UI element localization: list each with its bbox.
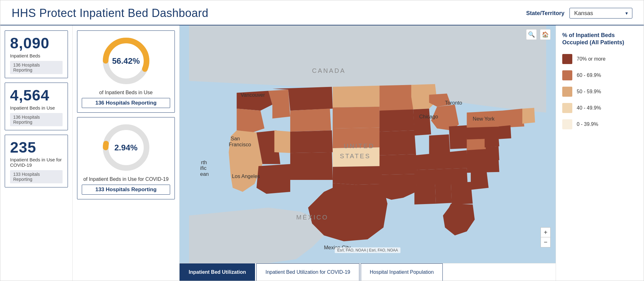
home-button[interactable]: 🏠 xyxy=(540,29,551,40)
donut-panel: 56.42% of Inpatient Beds in Use 136 Hosp… xyxy=(73,25,180,281)
map-container: San Francisco Los Angeles Vancouver Chic… xyxy=(180,25,556,263)
stat-sub: 136 Hospitals Reporting xyxy=(10,113,63,126)
legend-item: 60 - 69.9% xyxy=(562,70,637,80)
city-label-sf: San xyxy=(231,136,240,141)
legend-text: 0 - 39.9% xyxy=(577,122,598,127)
country-label-us: UNITED xyxy=(344,143,375,149)
city-label-tor: Toronto xyxy=(445,100,462,105)
page-title: HHS Protect Inpatient Bed Dashboard xyxy=(12,7,208,20)
city-label-van: Vancouver xyxy=(241,92,265,98)
donut-card-donut-utilization: 56.42% of Inpatient Beds in Use 136 Hosp… xyxy=(77,30,175,113)
legend-text: 40 - 49.9% xyxy=(577,105,601,111)
legend-text: 70% or more xyxy=(577,56,606,62)
svg-point-2 xyxy=(106,127,147,168)
donut-sub: 133 Hospitals Reporting xyxy=(82,185,170,195)
city-label-la: Los Angeles xyxy=(232,173,260,179)
country-label-us2: STATES xyxy=(340,153,371,159)
donut-wrapper: 2.94% xyxy=(101,122,151,173)
stat-number: 8,090 xyxy=(10,35,63,52)
stat-label: Inpatient Beds xyxy=(10,53,63,58)
legend-item: 70% or more xyxy=(562,54,637,64)
legend-panel: % of Inpatient Beds Occupied (All Patien… xyxy=(556,25,644,281)
stats-panel: 8,090 Inpatient Beds 136 Hospitals Repor… xyxy=(0,25,73,281)
header: HHS Protect Inpatient Bed Dashboard Stat… xyxy=(0,0,644,25)
legend-swatch xyxy=(562,54,572,64)
header-controls: State/Territory AlabamaAlaskaArizonaArka… xyxy=(526,8,632,19)
map-tabs: Inpatient Bed UtilizationInpatient Bed U… xyxy=(180,263,556,281)
stat-label: Inpatient Beds in Use for COVID-19 xyxy=(10,157,63,168)
stat-label: Inpatient Beds in Use xyxy=(10,105,63,111)
donut-desc: of Inpatient Beds in Use for COVID-19 xyxy=(83,176,169,182)
legend-swatch xyxy=(562,87,572,97)
stat-sub: 136 Hospitals Reporting xyxy=(10,61,63,74)
zoom-in-button[interactable]: + xyxy=(541,227,551,237)
city-label-chi: Chicago xyxy=(419,114,438,119)
map-area: San Francisco Los Angeles Vancouver Chic… xyxy=(180,25,556,281)
tab-population[interactable]: Hospital Inpatient Population xyxy=(361,263,443,281)
donut-sub: 136 Hospitals Reporting xyxy=(82,98,170,108)
legend-swatch xyxy=(562,103,572,113)
legend-text: 50 - 59.9% xyxy=(577,89,601,95)
country-label-can: CANADA xyxy=(312,67,346,74)
pacific-label3: ean xyxy=(200,171,209,177)
legend-title: % of Inpatient Beds Occupied (All Patien… xyxy=(562,32,637,46)
donut-card-donut-covid: 2.94% of Inpatient Beds in Use for COVID… xyxy=(77,117,175,199)
stat-number: 235 xyxy=(10,139,63,156)
dashboard: HHS Protect Inpatient Bed Dashboard Stat… xyxy=(0,0,644,281)
state-select[interactable]: AlabamaAlaskaArizonaArkansasCaliforniaCo… xyxy=(569,8,632,19)
state-select-wrapper[interactable]: AlabamaAlaskaArizonaArkansasCaliforniaCo… xyxy=(569,8,632,19)
stat-card-inpatient-beds: 8,090 Inpatient Beds 136 Hospitals Repor… xyxy=(5,30,68,78)
zoom-controls: + − xyxy=(541,227,551,247)
map-svg: San Francisco Los Angeles Vancouver Chic… xyxy=(180,25,556,263)
legend-swatch xyxy=(562,70,572,80)
legend-item: 0 - 39.9% xyxy=(562,119,637,129)
city-label-sf2: Francisco xyxy=(229,142,251,147)
legend-text: 60 - 69.9% xyxy=(577,73,601,78)
stat-card-beds-covid: 235 Inpatient Beds in Use for COVID-19 1… xyxy=(5,135,68,188)
stat-number: 4,564 xyxy=(10,87,63,104)
stat-card-beds-in-use: 4,564 Inpatient Beds in Use 136 Hospital… xyxy=(5,83,68,130)
legend-item: 40 - 49.9% xyxy=(562,103,637,113)
tab-covid[interactable]: Inpatient Bed Utilization for COVID-19 xyxy=(256,263,359,281)
stat-sub: 133 Hospitals Reporting xyxy=(10,170,63,183)
state-territory-label: State/Territory xyxy=(526,10,564,17)
donut-wrapper: 56.42% xyxy=(101,36,151,86)
city-label-ny: New York xyxy=(473,116,495,122)
country-label-mex: MÉXICO xyxy=(296,214,328,221)
tab-inpatient[interactable]: Inpatient Bed Utilization xyxy=(180,263,255,281)
pacific-label: rth xyxy=(201,159,207,165)
map-attribution: Esri, FAO, NOAA | Esri, FAO, NOAA xyxy=(335,247,400,253)
pacific-label2: ific xyxy=(200,165,207,171)
donut-desc: of Inpatient Beds in Use xyxy=(99,90,153,95)
search-button[interactable]: 🔍 xyxy=(526,29,537,40)
legend-swatch xyxy=(562,119,572,129)
zoom-out-button[interactable]: − xyxy=(541,237,551,247)
main-content: 8,090 Inpatient Beds 136 Hospitals Repor… xyxy=(0,25,644,281)
legend-item: 50 - 59.9% xyxy=(562,87,637,97)
map-toolbar: 🔍 🏠 xyxy=(526,29,551,40)
